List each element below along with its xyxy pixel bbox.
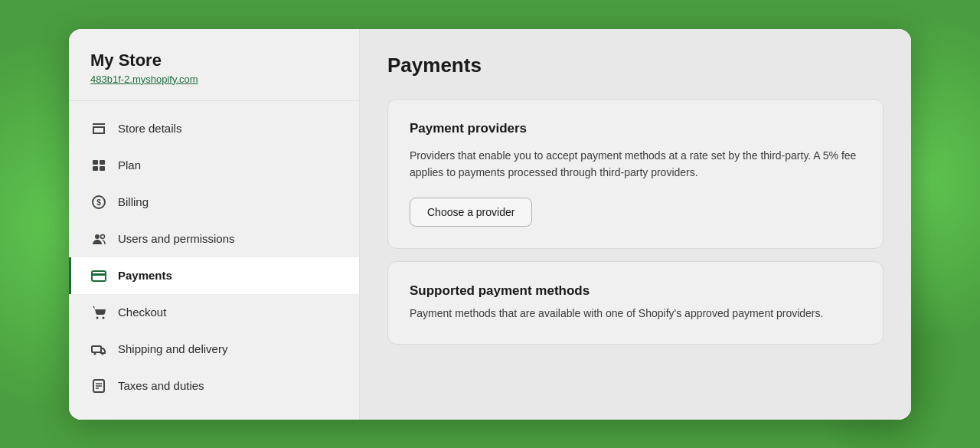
supported-methods-card: Supported payment methods Payment method… bbox=[387, 261, 884, 344]
payments-icon bbox=[90, 267, 107, 284]
payment-providers-title: Payment providers bbox=[410, 121, 861, 136]
sidebar-item-payments-label: Payments bbox=[118, 269, 172, 282]
svg-rect-0 bbox=[93, 160, 98, 165]
plan-icon bbox=[90, 157, 107, 174]
sidebar-item-billing[interactable]: $ Billing bbox=[69, 184, 359, 221]
store-url[interactable]: 483b1f-2.myshopify.com bbox=[90, 74, 338, 85]
sidebar-item-billing-label: Billing bbox=[118, 195, 149, 208]
store-header: My Store 483b1f-2.myshopify.com bbox=[69, 29, 359, 101]
sidebar-item-plan[interactable]: Plan bbox=[69, 147, 359, 184]
users-icon bbox=[90, 231, 107, 247]
main-content: Payments Payment providers Providers tha… bbox=[360, 29, 911, 420]
checkout-icon bbox=[90, 304, 107, 321]
billing-icon: $ bbox=[90, 194, 107, 211]
choose-provider-button[interactable]: Choose a provider bbox=[410, 198, 532, 227]
svg-text:$: $ bbox=[96, 198, 101, 207]
svg-rect-3 bbox=[100, 166, 105, 171]
sidebar-item-store-details[interactable]: Store details bbox=[69, 110, 359, 147]
svg-rect-12 bbox=[92, 346, 101, 352]
svg-rect-8 bbox=[92, 271, 106, 281]
svg-rect-2 bbox=[93, 166, 98, 171]
sidebar-item-shipping-delivery[interactable]: Shipping and delivery bbox=[69, 331, 359, 368]
svg-point-10 bbox=[96, 316, 99, 319]
store-icon bbox=[90, 120, 107, 137]
store-name: My Store bbox=[90, 51, 338, 70]
sidebar-item-shipping-label: Shipping and delivery bbox=[118, 342, 227, 355]
supported-methods-title: Supported payment methods bbox=[410, 283, 861, 299]
app-window: My Store 483b1f-2.myshopify.com Store de… bbox=[69, 29, 911, 420]
svg-point-11 bbox=[103, 316, 105, 319]
svg-point-6 bbox=[95, 234, 100, 239]
sidebar-item-users-permissions-label: Users and permissions bbox=[118, 232, 235, 245]
sidebar-item-plan-label: Plan bbox=[118, 159, 141, 172]
svg-point-13 bbox=[94, 352, 96, 355]
sidebar-item-users-permissions[interactable]: Users and permissions bbox=[69, 221, 359, 257]
sidebar-item-payments[interactable]: Payments bbox=[69, 257, 359, 294]
sidebar: My Store 483b1f-2.myshopify.com Store de… bbox=[69, 29, 360, 420]
payment-providers-desc: Providers that enable you to accept paym… bbox=[410, 147, 861, 181]
sidebar-item-taxes-duties[interactable]: Taxes and duties bbox=[69, 368, 359, 404]
nav-list: Store details Plan bbox=[69, 101, 359, 414]
supported-methods-desc: Payment methods that are available with … bbox=[410, 305, 861, 322]
sidebar-item-store-details-label: Store details bbox=[118, 122, 181, 135]
sidebar-item-taxes-label: Taxes and duties bbox=[118, 379, 204, 392]
payment-providers-card: Payment providers Providers that enable … bbox=[387, 99, 884, 250]
svg-point-7 bbox=[101, 234, 105, 238]
svg-rect-9 bbox=[92, 273, 106, 276]
taxes-icon bbox=[90, 378, 107, 394]
page-title: Payments bbox=[387, 54, 884, 77]
sidebar-item-checkout[interactable]: Checkout bbox=[69, 294, 359, 331]
shipping-icon bbox=[90, 341, 107, 358]
svg-point-14 bbox=[102, 352, 104, 355]
svg-rect-1 bbox=[100, 160, 105, 165]
sidebar-item-checkout-label: Checkout bbox=[118, 306, 166, 319]
